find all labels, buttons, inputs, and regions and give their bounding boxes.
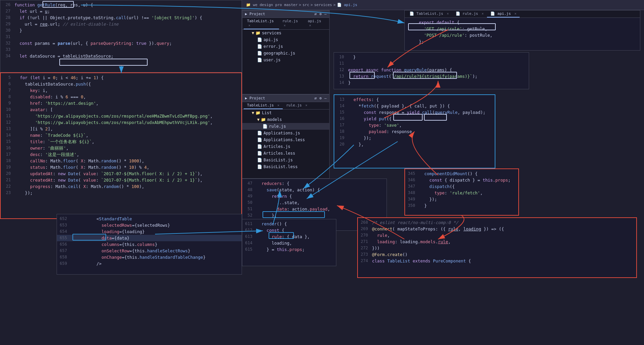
rnd-line-612: 612 const { bbox=[242, 227, 336, 233]
tab-api-js[interactable]: 📄 api.js × bbox=[487, 10, 520, 18]
qr-line-14: 14 } bbox=[334, 80, 529, 86]
line-11: 11 'https://gw.alipayobjects.com/zos/rms… bbox=[1, 113, 241, 119]
line-14: 14 name: `TradeCode ${i}`, bbox=[1, 132, 241, 138]
cdm-line-347: 347 dispatch({ bbox=[405, 183, 518, 190]
cdm-code: 345 componentDidMount() { 346 const { di… bbox=[405, 169, 518, 210]
qr-line-13: 13 return request(`/api/rule?${stringify… bbox=[334, 73, 529, 80]
tree-applications-less[interactable]: 📄 Applications.less bbox=[242, 136, 329, 143]
tree-user-js[interactable]: 📄 user.js bbox=[242, 57, 329, 63]
rnd-line-614: 614 loading, bbox=[242, 240, 336, 246]
conn-line-268: 268 /* eslint react/no-multi-comp:0 */ bbox=[358, 219, 636, 226]
eff-line-14: 14 *fetch({ payload }, { call, put }) { bbox=[334, 103, 495, 109]
tree-api-js[interactable]: 📄 api.js bbox=[242, 36, 329, 43]
tab-rule-tree2[interactable]: rule.js × bbox=[283, 102, 311, 109]
tree-services-folder[interactable]: ▼ 📁 services bbox=[242, 30, 329, 36]
conn-line-271: 271 loading: loading.models.rule, bbox=[358, 239, 636, 245]
red-line-48: 48 save(state, action) { bbox=[242, 187, 387, 193]
loop-panel: 5 for (let i = 0; i < 46; i += 1) { 6 ta… bbox=[0, 72, 242, 219]
line-30: 30 } bbox=[0, 27, 242, 34]
api-line-2: 'GET /api/rule': getRule, bbox=[405, 26, 640, 32]
api-code: export default { 'GET /api/rule': getRul… bbox=[405, 18, 640, 46]
tree-header-2: ▶ Project ⇄ ⚙ — bbox=[242, 95, 329, 102]
qr-line-11: 11 bbox=[334, 60, 529, 67]
line-26: 26 function getRule(req, res, u) { bbox=[0, 2, 242, 8]
line-6: 6 tableListDataSource.push({ bbox=[1, 81, 241, 87]
line-22: 22 progress: Math.ceil( X: Math.random()… bbox=[1, 183, 241, 190]
cdm-line-349: 349 }); bbox=[405, 196, 518, 202]
api-line-3: 'POST /api/rule': postRule, bbox=[405, 32, 640, 38]
tree-error-js[interactable]: 📄 error.js bbox=[242, 43, 329, 50]
line-9: 9 href: 'https://ant.design', bbox=[1, 100, 241, 106]
queryrule-panel: 10 } 11 12 export async function queryRu… bbox=[334, 52, 529, 89]
line-13: 13 ][i % 2], bbox=[1, 126, 241, 132]
tab-tablelist-tree1[interactable]: TableList.js × bbox=[244, 18, 279, 29]
tab-api-tree1[interactable]: api.js × bbox=[304, 18, 328, 29]
tree-basiclist-js[interactable]: 📄 BasicList.js bbox=[242, 157, 329, 163]
effects-code: 13 effects: { 14 *fetch({ payload }, { c… bbox=[334, 95, 495, 149]
api-line-1: export default { bbox=[405, 19, 640, 26]
tree-geographic-js[interactable]: 📄 geographic.js bbox=[242, 50, 329, 57]
line-19: 19 status: Math.floor( X: Math.random() … bbox=[1, 164, 241, 170]
file-tree-services: ▶ Project ⇄ ⚙ — TableList.js × rule.js ×… bbox=[242, 10, 330, 94]
connect-panel: 268 /* eslint react/no-multi-comp:0 */ 2… bbox=[357, 217, 637, 278]
line-32: 32 const params = parse(url, { parseQuer… bbox=[0, 40, 242, 46]
line-18: 18 callNo: Math.floor( X: Math.random() … bbox=[1, 158, 241, 164]
line-20: 20 updatedAt: new Date( value: `2017-07-… bbox=[1, 170, 241, 177]
tab-tablelist-1[interactable]: 📄 TableList.js × bbox=[406, 10, 452, 18]
tree-models-folder[interactable]: ▼ 📁 models bbox=[242, 116, 329, 123]
line-653: 653 selectedRows={selectedRows} bbox=[57, 222, 242, 228]
line-23: 23 }); bbox=[1, 190, 241, 196]
conn-line-269: 269 @connect( mapStateToProps: ({ rule, … bbox=[358, 226, 636, 232]
eff-line-13: 13 effects: { bbox=[334, 96, 495, 103]
conn-line-274: 274 class TableList extends PureComponen… bbox=[358, 258, 636, 264]
code-content: 26 function getRule(req, res, u) { 27 le… bbox=[0, 0, 242, 61]
line-8: 8 disabled: i % 6 === 0, bbox=[1, 94, 241, 100]
componentdidmount-panel: 345 componentDidMount() { 346 const { di… bbox=[404, 168, 519, 216]
line-33: 33 bbox=[0, 46, 242, 53]
cdm-line-350: 350 } bbox=[405, 202, 518, 209]
line-7: 7 key: i, bbox=[1, 87, 241, 94]
eff-line-20: 20 }, bbox=[334, 141, 495, 148]
tree-basiclist-less[interactable]: 📄 BasicList.less bbox=[242, 163, 329, 170]
rnd-line-613: 613 rule: { data }, bbox=[242, 233, 336, 240]
line-21: 21 createdAt: new Date( value: `2017-07-… bbox=[1, 177, 241, 183]
tab-rule-1[interactable]: 📄 rule.js × bbox=[452, 10, 487, 18]
line-655: 655 data={data} bbox=[57, 235, 242, 241]
api-line-4: }; bbox=[405, 38, 640, 45]
line-29: 29 url = req.url; // eslint-disable-line bbox=[0, 21, 242, 27]
api-js-panel: 📄 TableList.js × 📄 rule.js × 📄 api.js × … bbox=[404, 10, 640, 51]
line-17: 17 desc: '这是一段描述', bbox=[1, 151, 241, 158]
tab-rule-tree1[interactable]: rule.js × bbox=[279, 18, 305, 29]
connect-code: 268 /* eslint react/no-multi-comp:0 */ 2… bbox=[358, 218, 636, 265]
line-658: 658 onChange={this.handleStandardTableCh… bbox=[57, 254, 242, 260]
tree-list-folder[interactable]: ▼ 📁 List bbox=[242, 109, 329, 116]
render-panel: 611 render() { 612 const { 613 rule: { d… bbox=[242, 219, 336, 266]
line-10: 10 avatar: [ bbox=[1, 106, 241, 113]
line-15: 15 title: `一个任务名称 ${i}`, bbox=[1, 138, 241, 145]
tree-rule-js-model[interactable]: 📄 rule.js bbox=[242, 123, 329, 130]
tree-articles-js[interactable]: 📄 Articles.js bbox=[242, 143, 329, 150]
tree-header-1: ▶ Project ⇄ ⚙ — bbox=[242, 10, 329, 18]
eff-line-16: 16 yield put({ bbox=[334, 116, 495, 122]
conn-line-273: 273 @Form.create() bbox=[358, 251, 636, 258]
line-5: 5 for (let i = 0; i < 46; i += 1) { bbox=[1, 74, 241, 81]
eff-line-18: 18 payload: response, bbox=[334, 128, 495, 135]
tree-tabs-2: TableList.js × rule.js × bbox=[242, 102, 329, 109]
render-code: 611 render() { 612 const { 613 rule: { d… bbox=[242, 219, 336, 254]
tree-articles-less[interactable]: 📄 Articles.less bbox=[242, 150, 329, 157]
red-line-47: 47 reducers: { bbox=[242, 180, 387, 187]
line-27: 27 let url = u; bbox=[0, 8, 242, 14]
qr-line-10: 10 } bbox=[334, 54, 529, 60]
queryrule-code: 10 } 11 12 export async function queryRu… bbox=[334, 53, 529, 87]
conn-line-272: 272 })) bbox=[358, 245, 636, 251]
line-12: 12 'https://gw.alipayobjects.com/zos/rms… bbox=[1, 119, 241, 126]
qr-line-12: 12 export async function queryRule(param… bbox=[334, 67, 529, 73]
breadcrumb: 📁 we design pro master > src > services … bbox=[242, 0, 644, 10]
tree-applications-js[interactable]: 📄 Applications.js bbox=[242, 130, 329, 136]
line-652: 652 <StandardTable bbox=[57, 216, 242, 222]
tab-tablelist-tree2[interactable]: TableList.js × bbox=[244, 102, 283, 109]
rnd-line-615: 615 } = this.props; bbox=[242, 246, 336, 253]
line-34: 34 let dataSource = tableListDataSource; bbox=[0, 53, 242, 59]
line-659: 659 /> bbox=[57, 260, 242, 267]
rnd-line-611: 611 render() { bbox=[242, 221, 336, 227]
